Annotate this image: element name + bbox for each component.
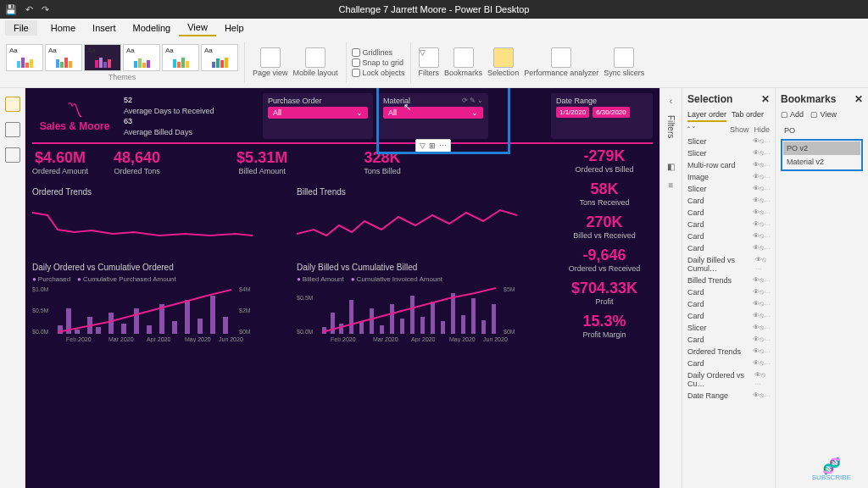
svg-rect-39 [410, 296, 415, 334]
svg-text:$0.5M: $0.5M [32, 308, 49, 313]
bookmark-view-button[interactable]: ▢ View [810, 110, 837, 119]
svg-text:$0M: $0M [239, 329, 251, 335]
visual-toolbar[interactable]: ▽⊞⋯ [415, 139, 451, 152]
report-view-icon[interactable] [5, 97, 20, 112]
menu-file[interactable]: File [5, 20, 37, 36]
bookmark-item[interactable]: PO [781, 124, 863, 137]
close-icon[interactable]: ✕ [761, 93, 770, 105]
header-stats: 52 Average Days to Received 63 Average B… [122, 93, 258, 139]
svg-rect-31 [331, 313, 335, 334]
undo-icon[interactable]: ↶ [25, 4, 33, 15]
filters-pane-button[interactable]: ▽Filters [419, 47, 440, 77]
theme-swatch-4[interactable] [123, 44, 160, 71]
svg-rect-45 [471, 298, 476, 334]
selection-item[interactable]: Slicer👁 ⦸ ⋯ [687, 183, 770, 195]
svg-rect-10 [96, 327, 101, 334]
selection-item[interactable]: Card👁 ⦸ ⋯ [687, 207, 770, 219]
menu-modeling[interactable]: Modeling [125, 20, 180, 36]
svg-text:May 2020: May 2020 [185, 336, 211, 342]
viz-icon[interactable]: ◧ [665, 162, 677, 174]
selection-item[interactable]: Multi-row card👁 ⦸ ⋯ [687, 159, 770, 171]
svg-text:Feb 2020: Feb 2020 [66, 336, 92, 342]
nav-up-icon[interactable]: ˆ ˅ [687, 125, 697, 134]
svg-rect-32 [339, 324, 343, 334]
theme-swatch-5[interactable] [162, 44, 199, 71]
filters-pane-collapsed[interactable]: Filters [666, 115, 676, 138]
menu-bar: File Home Insert Modeling View Help [0, 19, 868, 37]
selection-item[interactable]: Date Range👁 ⦸ ⋯ [687, 390, 770, 402]
menu-home[interactable]: Home [42, 20, 84, 36]
expand-icon[interactable]: ‹ [665, 97, 677, 108]
performance-analyzer-button[interactable]: Performance analyzer [524, 47, 598, 77]
snap-to-grid-checkbox[interactable]: Snap to grid [352, 58, 405, 67]
svg-rect-38 [400, 319, 404, 334]
page-view-button[interactable]: Page view [253, 47, 288, 77]
selection-item[interactable]: Ordered Trends👁 ⦸ ⋯ [687, 346, 770, 358]
brand-logo: 〽 Sales & Moore [32, 93, 117, 139]
svg-rect-34 [359, 321, 364, 334]
selection-list: Slicer👁 ⦸ ⋯Slicer👁 ⦸ ⋯Multi-row card👁 ⦸ … [687, 136, 770, 402]
report-canvas: 〽 Sales & Moore 52 Average Days to Recei… [25, 88, 659, 488]
svg-rect-42 [441, 321, 445, 334]
gridlines-checkbox[interactable]: Gridlines [352, 48, 405, 57]
data-view-icon[interactable] [5, 122, 20, 137]
fields-icon[interactable]: ≡ [665, 180, 677, 192]
bookmarks-pane-button[interactable]: Bookmarks [444, 47, 482, 77]
sync-slicers-button[interactable]: Sync slicers [604, 47, 644, 77]
selection-item[interactable]: Card👁 ⦸ ⋯ [687, 310, 770, 322]
redo-icon[interactable]: ↷ [42, 4, 49, 15]
selection-item[interactable]: Card👁 ⦸ ⋯ [687, 195, 770, 207]
selection-item[interactable]: Card👁 ⦸ ⋯ [687, 358, 770, 369]
svg-rect-20 [223, 317, 228, 334]
selection-item[interactable]: Card👁 ⦸ ⋯ [687, 334, 770, 346]
theme-swatch-3[interactable] [84, 44, 121, 71]
selection-item[interactable]: Daily Ordered vs Cu…👁 ⦸ ⋯ [687, 369, 770, 390]
selection-item[interactable]: Card👁 ⦸ ⋯ [687, 242, 770, 254]
selection-item[interactable]: Card👁 ⦸ ⋯ [687, 230, 770, 242]
bookmark-item[interactable]: PO v2 [783, 141, 860, 155]
svg-rect-47 [492, 304, 496, 334]
date-range-slicer[interactable]: Date Range 1/1/2020 6/30/2020 [551, 93, 653, 139]
theme-swatch-1[interactable] [6, 44, 43, 71]
selection-item[interactable]: Daily Billed vs Cumul…👁 ⦸ ⋯ [687, 254, 770, 274]
bookmark-add-button[interactable]: ▢ Add [781, 110, 804, 119]
metric-tons-billed: 328KTons Billed [364, 149, 401, 175]
svg-text:Mar 2020: Mar 2020 [108, 336, 134, 342]
selection-item[interactable]: Billed Trends👁 ⦸ ⋯ [687, 274, 770, 286]
theme-swatch-2[interactable] [45, 44, 82, 71]
chart-daily-ordered: Daily Ordered vs Cumulative Ordered Purc… [32, 263, 253, 346]
menu-help[interactable]: Help [216, 20, 253, 36]
selection-item[interactable]: Card👁 ⦸ ⋯ [687, 219, 770, 230]
lock-objects-checkbox[interactable]: Lock objects [352, 69, 405, 77]
selection-item[interactable]: Slicer👁 ⦸ ⋯ [687, 147, 770, 159]
tab-layer-order[interactable]: Layer order [687, 110, 726, 122]
bookmark-item[interactable]: Material v2 [783, 155, 860, 169]
selection-pane-button[interactable]: Selection [487, 47, 519, 77]
model-view-icon[interactable] [5, 147, 20, 163]
menu-insert[interactable]: Insert [84, 20, 125, 36]
theme-swatch-6[interactable] [201, 44, 238, 71]
menu-view[interactable]: View [179, 19, 216, 36]
selection-item[interactable]: Image👁 ⦸ ⋯ [687, 171, 770, 183]
svg-rect-8 [75, 330, 80, 334]
selection-item[interactable]: Slicer👁 ⦸ ⋯ [687, 136, 770, 147]
svg-text:Jun 2020: Jun 2020 [483, 336, 508, 342]
mobile-layout-button[interactable]: Mobile layout [293, 47, 338, 77]
chart-daily-billed: Daily Billed vs Cumulative Billed Billed… [297, 263, 517, 346]
selection-pane: Selection✕ Layer order Tab order ˆ ˅ Sho… [682, 88, 775, 488]
close-icon[interactable]: ✕ [854, 93, 863, 105]
svg-rect-41 [431, 302, 435, 334]
purchase-order-slicer[interactable]: Purchase Order All⌄ [263, 93, 373, 139]
tab-tab-order[interactable]: Tab order [732, 110, 764, 122]
selection-item[interactable]: Slicer👁 ⦸ ⋯ [687, 322, 770, 334]
svg-rect-14 [147, 325, 152, 334]
svg-rect-12 [121, 324, 126, 334]
material-slicer[interactable]: Material⟳ ✎ ⌄ All⌄ ▽⊞⋯ ↖ [378, 93, 488, 139]
selection-item[interactable]: Card👁 ⦸ ⋯ [687, 286, 770, 298]
selection-item[interactable]: Card👁 ⦸ ⋯ [687, 298, 770, 310]
chevron-down-icon: ⌄ [471, 108, 478, 117]
save-icon[interactable]: 💾 [5, 4, 17, 15]
svg-rect-16 [172, 321, 177, 334]
svg-text:$0.0M: $0.0M [297, 329, 314, 335]
svg-rect-36 [380, 325, 384, 334]
